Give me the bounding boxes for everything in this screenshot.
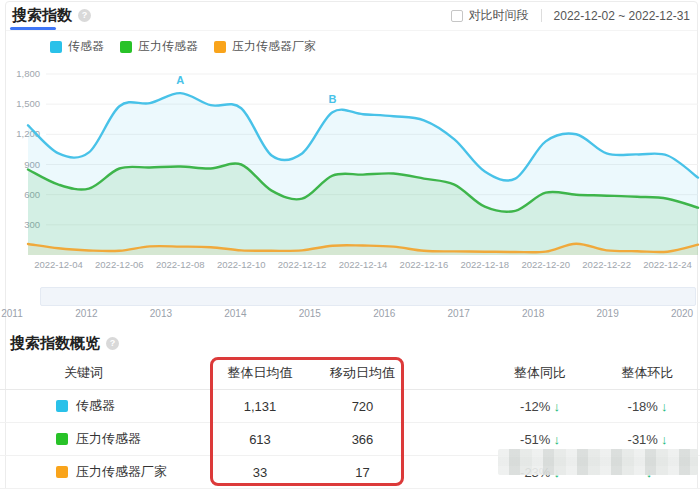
keyword-cell: 压力传感器 — [0, 430, 200, 448]
year-label: 2019 — [596, 308, 618, 319]
annotation-marker-B: B — [329, 93, 337, 105]
header-mom: 整体环比 — [595, 364, 700, 382]
keyword-swatch — [56, 400, 68, 412]
keyword-cell: 压力传感器厂家 — [0, 463, 200, 481]
annotation-marker-A: A — [176, 74, 184, 86]
x-tick-label: 2022-12-14 — [339, 259, 388, 270]
legend-swatch — [50, 41, 62, 53]
date-range-picker[interactable]: 2022-12-02 ~ 2022-12-31 — [554, 9, 690, 23]
year-label: 2012 — [75, 308, 97, 319]
legend-label: 压力传感器 — [138, 38, 198, 55]
mom-value: -18%↓ — [595, 399, 700, 414]
year-label: 2020 — [671, 308, 693, 319]
x-tick-label: 2022-12-06 — [95, 259, 144, 270]
legend-label: 传感器 — [68, 38, 104, 55]
keyword-label: 压力传感器 — [76, 430, 141, 448]
trend-down-icon: ↓ — [553, 432, 560, 447]
yoy-value: -51%↓ — [485, 432, 595, 447]
year-label: 2018 — [522, 308, 544, 319]
year-label: 2013 — [150, 308, 172, 319]
year-label: 2017 — [448, 308, 470, 319]
x-tick-label: 2022-12-08 — [156, 259, 205, 270]
overall-avg-value: 613 — [200, 432, 320, 447]
yoy-value: -12%↓ — [485, 399, 595, 414]
header-mobile-avg: 移动日均值 — [320, 364, 405, 382]
header-overall-avg: 整体日均值 — [200, 364, 320, 382]
overall-avg-value: 1,131 — [200, 399, 320, 414]
mobile-avg-value: 366 — [320, 432, 405, 447]
trend-down-icon: ↓ — [661, 399, 668, 414]
keyword-swatch — [56, 433, 68, 445]
keyword-cell: 传感器 — [0, 397, 200, 415]
keyword-swatch — [56, 466, 68, 478]
legend-swatch — [120, 41, 132, 53]
header-keyword: 关键词 — [0, 364, 200, 382]
x-tick-label: 2022-12-24 — [643, 259, 692, 270]
year-label: 2015 — [299, 308, 321, 319]
search-index-page: 搜索指数 对比时间段 2022-12-02 ~ 2022-12-31 传感器 压… — [0, 0, 700, 489]
x-tick-label: 2022-12-18 — [461, 259, 510, 270]
chart-legend: 传感器 压力传感器 压力传感器厂家 — [50, 38, 316, 55]
mom-value: -31%↓ — [595, 432, 700, 447]
x-tick-label: 2022-12-16 — [400, 259, 449, 270]
page-title: 搜索指数 — [12, 6, 91, 25]
keyword-label: 传感器 — [76, 397, 115, 415]
timeline-range-slider[interactable] — [40, 287, 696, 306]
legend-label: 压力传感器厂家 — [232, 38, 316, 55]
overview-title: 搜索指数概览 — [10, 334, 119, 353]
table-header-row: 关键词 整体日均值 移动日均值 整体同比 整体环比 — [0, 356, 700, 390]
compare-checkbox[interactable] — [451, 10, 463, 22]
year-label: 2016 — [373, 308, 395, 319]
yoy-number: -51% — [520, 432, 550, 447]
legend-item-pressure-sensor[interactable]: 压力传感器 — [120, 38, 198, 55]
compare-label: 对比时间段 — [469, 7, 529, 24]
header-divider — [6, 30, 697, 31]
trend-down-icon: ↓ — [661, 432, 668, 447]
mobile-avg-value: 720 — [320, 399, 405, 414]
divider — [541, 9, 542, 22]
mobile-avg-value: 17 — [320, 465, 405, 480]
legend-item-pressure-sensor-manufacturer[interactable]: 压力传感器厂家 — [214, 38, 316, 55]
y-tick-label: 1,800 — [16, 68, 40, 79]
x-tick-label: 2022-12-10 — [217, 259, 266, 270]
mom-number: -31% — [628, 432, 658, 447]
legend-item-sensor[interactable]: 传感器 — [50, 38, 104, 55]
yoy-number: -12% — [520, 399, 550, 414]
x-tick-label: 2022-12-04 — [34, 259, 83, 270]
year-label: 2014 — [224, 308, 246, 319]
trend-chart[interactable]: 3006009001,2001,5001,8002022-12-042022-1… — [0, 58, 700, 282]
trend-down-icon: ↓ — [553, 399, 560, 414]
overall-avg-value: 33 — [200, 465, 320, 480]
y-tick-label: 1,500 — [16, 98, 40, 109]
x-tick-label: 2022-12-20 — [521, 259, 570, 270]
keyword-label: 压力传感器厂家 — [76, 463, 167, 481]
legend-swatch — [214, 41, 226, 53]
censor-mosaic — [498, 449, 698, 475]
header-yoy: 整体同比 — [485, 364, 595, 382]
x-tick-label: 2022-12-12 — [278, 259, 327, 270]
info-icon[interactable] — [106, 337, 119, 350]
mom-number: -18% — [628, 399, 658, 414]
table-row: 传感器 1,131 720 -12%↓ -18%↓ — [0, 390, 700, 423]
info-icon[interactable] — [78, 9, 91, 22]
year-label: 2011 — [1, 308, 23, 319]
page-title-text: 搜索指数 — [12, 6, 72, 25]
timeline-year-labels: 2011201220132014201520162017201820192020 — [0, 308, 700, 322]
compare-control: 对比时间段 2022-12-02 ~ 2022-12-31 — [451, 7, 690, 24]
x-tick-label: 2022-12-22 — [582, 259, 631, 270]
overview-title-text: 搜索指数概览 — [10, 334, 100, 353]
